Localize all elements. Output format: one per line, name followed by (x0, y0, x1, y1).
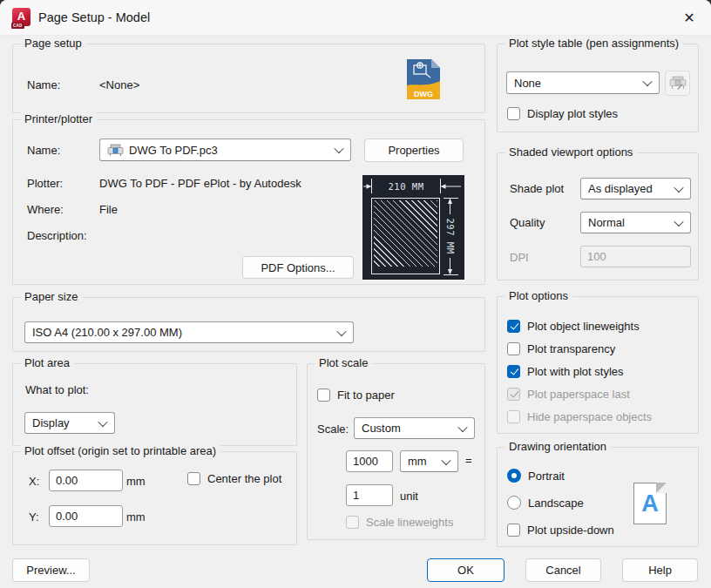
plot-option-label: Plot with plot styles (527, 365, 624, 378)
group-plot-offset: Plot offset (origin set to printable are… (12, 451, 297, 545)
group-plot-options: Plot options Plot object lineweights Plo… (497, 296, 699, 434)
edit-plot-style-button (665, 71, 690, 96)
paper-width-dimension: 210 MM (389, 181, 424, 192)
titlebar: A CAD Page Setup - Model ✕ (0, 0, 711, 36)
checkbox-plot-object-lineweights[interactable] (507, 320, 520, 333)
group-shaded-viewport: Shaded viewport options Shade plot As di… (497, 152, 699, 280)
where-label: Where: (27, 203, 64, 216)
orientation-paper-letter: A (634, 490, 666, 517)
checkbox-display-plot-styles[interactable] (507, 107, 520, 120)
page-setup-name-value: <None> (99, 78, 139, 91)
chevron-down-icon (98, 416, 107, 426)
group-plot-scale-legend: Plot scale (315, 356, 372, 369)
unit-label: unit (400, 490, 418, 503)
close-icon[interactable]: ✕ (671, 0, 708, 35)
portrait-label: Portrait (528, 470, 565, 483)
group-plot-scale: Plot scale Fit to paper Scale: Custom mm… (307, 363, 485, 540)
plot-option-row: Plot with plot styles (507, 365, 624, 378)
portrait-row: Portrait (507, 469, 565, 483)
plot-option-row: Plot paperspace last (507, 388, 630, 401)
checkbox-scale-lineweights (346, 516, 359, 529)
radio-portrait[interactable] (507, 469, 521, 483)
scale-unit-combo[interactable]: mm (400, 450, 458, 472)
quality-combo[interactable]: Normal (580, 212, 691, 233)
checkbox-center-the-plot[interactable] (187, 472, 200, 485)
orientation-paper-icon: A (633, 483, 667, 524)
group-page-setup-legend: Page setup (20, 37, 86, 50)
group-plot-area-legend: Plot area (20, 356, 74, 369)
chevron-down-icon (674, 182, 683, 192)
quality-value: Normal (588, 216, 675, 229)
dwg-file-icon: DWG (407, 59, 440, 99)
pdf-options-button[interactable]: PDF Options... (242, 256, 354, 279)
plot-upside-down-row: Plot upside-down (507, 524, 614, 537)
help-button[interactable]: Help (622, 558, 698, 582)
paper-preview-dimensions: 210 MM 297 MM (362, 175, 464, 280)
paper-preview: 210 MM 297 MM (362, 175, 464, 280)
printer-name-combo[interactable]: DWG To PDF.pc3 (99, 139, 351, 161)
shade-plot-value: As displayed (588, 182, 675, 195)
group-drawing-orientation: Drawing orientation Portrait Landscape P… (497, 447, 699, 547)
what-to-plot-label: What to plot: (25, 383, 89, 396)
group-shaded-viewport-legend: Shaded viewport options (504, 145, 637, 159)
plotter-label: Plotter: (27, 177, 63, 190)
preview-button[interactable]: Preview... (12, 558, 90, 582)
what-to-plot-combo[interactable]: Display (24, 412, 115, 434)
plot-upside-down-label: Plot upside-down (527, 524, 614, 537)
offset-y-label: Y: (29, 510, 39, 524)
what-to-plot-value: Display (32, 416, 99, 429)
plot-option-row: Plot transparency (507, 342, 615, 355)
where-value: File (99, 203, 118, 216)
fit-to-paper-label: Fit to paper (337, 389, 395, 402)
scale-denominator-input[interactable] (346, 484, 393, 506)
printer-name-value: DWG To PDF.pc3 (129, 144, 335, 157)
scale-lineweights-label: Scale lineweights (366, 516, 453, 529)
scale-lineweights-row: Scale lineweights (346, 516, 453, 529)
checkbox-fit-to-paper[interactable] (317, 389, 330, 402)
checkbox-plot-with-plot-styles[interactable] (507, 365, 520, 378)
cancel-button[interactable]: Cancel (525, 558, 601, 582)
group-plot-style-table: Plot style table (pen assignments) None … (497, 44, 699, 132)
landscape-label: Landscape (528, 497, 584, 510)
scale-numerator-input[interactable] (346, 450, 393, 472)
plot-option-label: Plot paperspace last (527, 388, 630, 401)
checkbox-plot-upside-down[interactable] (507, 524, 520, 537)
group-plot-offset-legend: Plot offset (origin set to printable are… (20, 444, 220, 457)
plot-option-label: Hide paperspace objects (527, 410, 652, 423)
offset-x-input[interactable] (49, 470, 123, 491)
center-plot-row: Center the plot (187, 472, 281, 485)
chevron-down-icon (441, 455, 450, 464)
plot-option-row: Plot object lineweights (507, 320, 640, 333)
page-setup-name-label: Name: (27, 78, 60, 91)
plot-option-row: Hide paperspace objects (507, 410, 652, 423)
offset-x-unit: mm (126, 475, 146, 488)
chevron-down-icon (642, 77, 652, 86)
plot-style-value: None (514, 77, 644, 90)
plotter-value: DWG To PDF - PDF ePlot - by Autodesk (99, 177, 301, 190)
display-plot-styles-row: Display plot styles (507, 107, 618, 120)
group-drawing-orientation-legend: Drawing orientation (504, 440, 611, 453)
checkbox-hide-paperspace-objects (507, 410, 520, 423)
printer-name-label: Name: (27, 144, 60, 157)
equals-sign: = (465, 454, 472, 467)
group-plot-area: Plot area What to plot: Display (12, 363, 297, 446)
scale-unit-value: mm (408, 455, 443, 468)
group-plot-options-legend: Plot options (504, 289, 572, 302)
radio-landscape[interactable] (507, 496, 521, 510)
shade-plot-combo[interactable]: As displayed (580, 178, 691, 199)
group-paper-size: Paper size ISO A4 (210.00 x 297.00 MM) (12, 297, 485, 352)
group-plot-style-table-legend: Plot style table (pen assignments) (504, 37, 683, 50)
checkbox-plot-transparency[interactable] (507, 342, 520, 355)
autocad-app-icon-badge: CAD (11, 23, 24, 29)
group-printer-plotter-legend: Printer/plotter (20, 112, 97, 125)
chevron-down-icon (457, 422, 467, 431)
scale-label: Scale: (317, 422, 349, 436)
landscape-row: Landscape (507, 496, 584, 510)
scale-combo[interactable]: Custom (354, 417, 475, 439)
plot-style-combo[interactable]: None (506, 71, 660, 94)
offset-y-input[interactable] (49, 505, 123, 527)
scale-value: Custom (362, 422, 459, 435)
ok-button[interactable]: OK (427, 558, 504, 582)
properties-button[interactable]: Properties (364, 139, 464, 162)
paper-size-combo[interactable]: ISO A4 (210.00 x 297.00 MM) (24, 321, 354, 343)
